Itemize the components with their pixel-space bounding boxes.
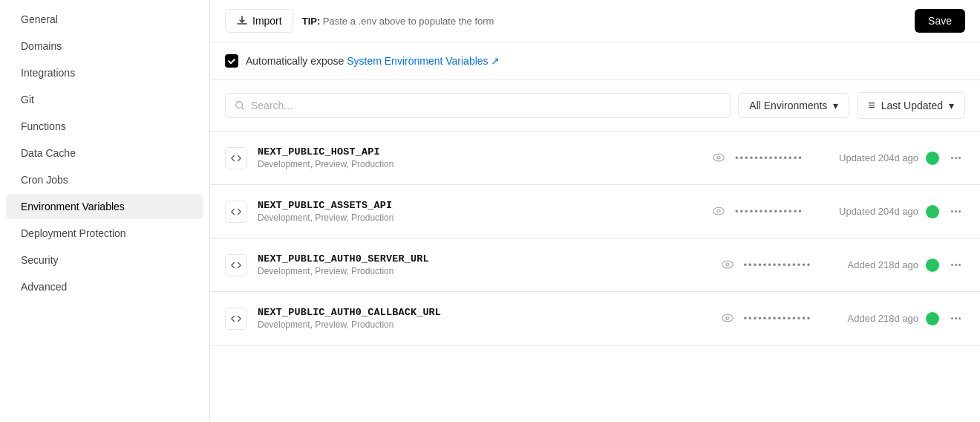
env-var-info: NEXT_PUBLIC_AUTH0_CALLBACK_URL Developme… (258, 307, 717, 330)
sort-dropdown[interactable]: ≡ Last Updated ▾ (857, 92, 965, 119)
auto-expose-text: Automatically expose System Environment … (246, 55, 500, 67)
svg-point-8 (726, 316, 729, 319)
environment-dropdown[interactable]: All Environments ▾ (738, 93, 849, 118)
more-options-button[interactable] (947, 261, 965, 269)
sidebar-item-general[interactable]: General (6, 7, 203, 32)
eye-icon[interactable] (708, 149, 729, 167)
status-dot (926, 259, 939, 272)
sidebar-item-integrations[interactable]: Integrations (6, 60, 203, 85)
env-var-meta: Updated 204d ago (824, 205, 965, 218)
env-var-scope: Development, Preview, Production (258, 212, 708, 223)
status-dot (926, 205, 939, 218)
tip-message: Paste a .env above to populate the form (320, 16, 494, 27)
eye-icon[interactable] (717, 310, 738, 328)
env-var-row: NEXT_PUBLIC_AUTH0_CALLBACK_URL Developme… (210, 292, 980, 345)
env-var-meta: Added 218d ago (833, 312, 965, 325)
status-dot (926, 152, 939, 165)
sidebar-item-environment-variables[interactable]: Environment Variables (6, 194, 203, 219)
env-var-row: NEXT_PUBLIC_AUTH0_SERVER_URL Development… (210, 238, 980, 292)
import-label: Import (252, 15, 282, 27)
sidebar-item-advanced[interactable]: Advanced (6, 274, 203, 299)
code-icon[interactable] (225, 201, 247, 223)
sidebar-item-domains[interactable]: Domains (6, 33, 203, 59)
svg-point-7 (722, 314, 732, 322)
import-icon (236, 15, 248, 27)
updated-text: Added 218d ago (848, 259, 918, 270)
svg-point-5 (722, 261, 732, 268)
env-var-name: NEXT_PUBLIC_HOST_API (258, 146, 708, 158)
updated-text: Added 218d ago (848, 313, 918, 324)
checkmark-icon (227, 56, 236, 65)
eye-icon[interactable] (708, 203, 729, 221)
sidebar-item-deployment-protection[interactable]: Deployment Protection (6, 221, 203, 246)
sort-chevron-icon: ▾ (949, 100, 954, 111)
external-link-icon: ↗ (491, 55, 500, 67)
auto-expose-checkbox[interactable] (225, 54, 238, 68)
env-var-scope: Development, Preview, Production (258, 266, 717, 276)
filter-row: All Environments ▾ ≡ Last Updated ▾ (210, 80, 980, 132)
env-var-row: NEXT_PUBLIC_HOST_API Development, Previe… (210, 132, 980, 185)
env-var-scope: Development, Preview, Production (258, 159, 708, 169)
main-content: Import TIP: Paste a .env above to popula… (210, 0, 980, 422)
masked-value: •••••••••••••• (735, 152, 824, 163)
svg-point-4 (717, 210, 720, 212)
env-var-name: NEXT_PUBLIC_ASSETS_API (258, 200, 708, 211)
status-dot (926, 312, 939, 325)
tip-prefix: TIP: (302, 16, 321, 27)
more-options-button[interactable] (947, 207, 965, 215)
sidebar-item-functions[interactable]: Functions (6, 114, 203, 139)
chevron-down-icon: ▾ (833, 100, 838, 111)
import-bar: Import TIP: Paste a .env above to popula… (210, 0, 980, 42)
sidebar-item-cron-jobs[interactable]: Cron Jobs (6, 167, 203, 192)
sort-icon: ≡ (868, 99, 875, 112)
updated-text: Updated 204d ago (839, 152, 918, 163)
search-icon (235, 100, 245, 111)
system-env-vars-link[interactable]: System Environment Variables ↗ (347, 55, 500, 67)
eye-icon[interactable] (717, 256, 738, 274)
code-icon[interactable] (225, 308, 247, 330)
svg-point-1 (713, 154, 724, 161)
import-button[interactable]: Import (225, 9, 293, 33)
env-var-meta: Updated 204d ago (824, 152, 965, 165)
tip-text: TIP: Paste a .env above to populate the … (302, 16, 494, 27)
env-var-meta: Added 218d ago (833, 259, 965, 272)
env-var-info: NEXT_PUBLIC_HOST_API Development, Previe… (258, 146, 708, 169)
env-var-name: NEXT_PUBLIC_AUTH0_CALLBACK_URL (258, 307, 717, 318)
auto-expose-prefix: Automatically expose (246, 55, 347, 67)
masked-value: •••••••••••••• (735, 206, 824, 217)
env-var-name: NEXT_PUBLIC_AUTH0_SERVER_URL (258, 253, 717, 264)
search-input[interactable] (251, 100, 721, 111)
svg-point-2 (717, 156, 720, 159)
sidebar-item-security[interactable]: Security (6, 247, 203, 273)
code-icon[interactable] (225, 254, 247, 276)
env-var-list: NEXT_PUBLIC_HOST_API Development, Previe… (210, 132, 980, 345)
sidebar-item-data-cache[interactable]: Data Cache (6, 140, 203, 166)
masked-value: •••••••••••••• (744, 259, 833, 270)
sidebar-item-git[interactable]: Git (6, 87, 203, 112)
updated-text: Updated 204d ago (839, 206, 918, 217)
more-options-button[interactable] (947, 154, 965, 162)
env-var-info: NEXT_PUBLIC_AUTH0_SERVER_URL Development… (258, 253, 717, 276)
env-var-row: NEXT_PUBLIC_ASSETS_API Development, Prev… (210, 185, 980, 238)
masked-value: •••••••••••••• (744, 313, 833, 324)
env-var-info: NEXT_PUBLIC_ASSETS_API Development, Prev… (258, 200, 708, 223)
save-button[interactable]: Save (915, 9, 965, 33)
svg-point-3 (713, 207, 724, 215)
more-options-button[interactable] (947, 314, 965, 322)
svg-point-6 (726, 263, 729, 266)
env-var-scope: Development, Preview, Production (258, 319, 717, 330)
sidebar: GeneralDomainsIntegrationsGitFunctionsDa… (0, 0, 210, 422)
code-icon[interactable] (225, 147, 247, 169)
search-box (225, 93, 731, 118)
auto-expose-row: Automatically expose System Environment … (210, 42, 980, 80)
